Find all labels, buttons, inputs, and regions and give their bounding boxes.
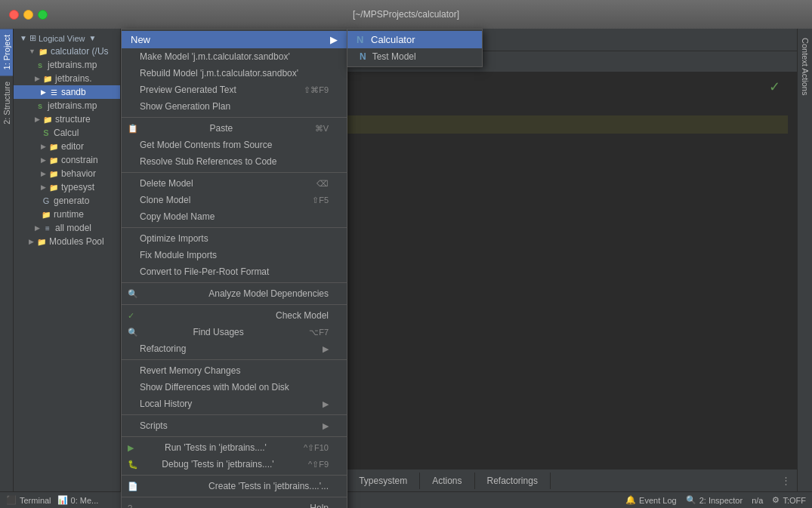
menu-item-help[interactable]: ? Help: [122, 500, 347, 508]
menu-shortcut: ⇧F5: [312, 196, 329, 205]
tab-refactorings[interactable]: Refactorings: [475, 473, 551, 489]
menu-item-run-tests[interactable]: ▶ Run 'Tests in 'jetbrains....' ^⇧F10: [122, 439, 347, 456]
menu-item-label: Clone Model: [140, 195, 190, 205]
tree-item-jetbrains2[interactable]: ▶ 📁 jetbrains.: [14, 72, 120, 85]
create-icon: 📄: [128, 482, 143, 491]
menu-item-label: Revert Memory Changes: [140, 365, 240, 376]
menu-item-create-tests[interactable]: 📄 Create 'Tests in 'jetbrains....'...: [122, 478, 347, 494]
menu-item-paste[interactable]: 📋 Paste ⌘V: [122, 120, 347, 137]
menu-item-copy-name[interactable]: Copy Model Name: [122, 208, 347, 225]
terminal-button[interactable]: ⬛ Terminal: [6, 495, 51, 505]
menu-item-debug-tests[interactable]: 🐛 Debug 'Tests in 'jetbrains....' ^⇧F9: [122, 456, 347, 473]
tree-item-structure[interactable]: ▶ 📁 structure: [14, 112, 120, 126]
menu-item-make-model[interactable]: Make Model 'j.m.t.calculator.sandbox': [122, 48, 347, 65]
separator-2: [122, 172, 347, 173]
menu-item-label: Preview Generated Text: [140, 85, 236, 95]
menu-item-label: Help: [310, 503, 329, 508]
new-submenu: N Calculator N Test Model: [347, 29, 483, 67]
menu-item-label: Rebuild Model 'j.m.t.calculator.sandbox': [140, 68, 298, 79]
tree-item-editor[interactable]: ▶ 📁 editor: [14, 140, 120, 153]
menu-item-label: Get Model Contents from Source: [140, 140, 272, 150]
tab-typesystem[interactable]: Typesystem: [347, 473, 420, 489]
context-sidebar: Context Actions: [797, 29, 812, 491]
tree-item-jetbrains3[interactable]: s jetbrains.mp: [14, 99, 120, 112]
memory-indicator[interactable]: 📊 0: Me...: [57, 495, 99, 505]
tree-item-jetbrains1[interactable]: s jetbrains.mp: [14, 58, 120, 72]
menu-shortcut: ⌘V: [315, 124, 329, 134]
tree-item-generato[interactable]: G generato: [14, 194, 120, 208]
tree-item-sandb[interactable]: ▶ ☰ sandb: [14, 85, 120, 99]
menu-header-label: New: [131, 34, 150, 45]
menu-shortcut: ^⇧F10: [304, 443, 329, 453]
minimize-button[interactable]: [23, 10, 33, 20]
menu-header-arrow: ▶: [330, 34, 338, 45]
menu-item-label: Delete Model: [140, 178, 193, 189]
context-menu: New ▶ Make Model 'j.m.t.calculator.sandb…: [121, 29, 347, 508]
menu-item-label: Show Differences with Model on Disk: [140, 382, 289, 393]
menu-item-label: Resolve Stub References to Code: [140, 156, 276, 167]
title-bar: [~/MPSProjects/calculator]: [0, 0, 812, 29]
menu-item-label: Local History: [140, 399, 192, 409]
menu-item-preview-text[interactable]: Preview Generated Text ⇧⌘F9: [122, 82, 347, 98]
menu-item-get-contents[interactable]: Get Model Contents from Source: [122, 137, 347, 153]
submenu-item-test-model[interactable]: N Test Model: [347, 48, 482, 65]
menu-item-label: Optimize Imports: [140, 233, 208, 244]
menu-item-local-history[interactable]: Local History ▶: [122, 396, 347, 412]
window-title: [~/MPSProjects/calculator]: [353, 9, 459, 20]
separator-8: [122, 436, 347, 437]
menu-item-fix-module[interactable]: Fix Module Imports: [122, 247, 347, 263]
tree-item-constrain[interactable]: ▶ 📁 constrain: [14, 153, 120, 167]
separator-5: [122, 304, 347, 305]
menu-item-show-differences[interactable]: Show Differences with Model on Disk: [122, 379, 347, 396]
na-indicator: n/a: [752, 496, 763, 505]
menu-header-new: New ▶: [122, 31, 347, 48]
analyze-icon: 🔍: [128, 289, 143, 299]
tree-item-modules-pool[interactable]: ▶ 📁 Modules Pool: [14, 235, 120, 248]
separator-1: [122, 117, 347, 118]
menu-item-show-gen-plan[interactable]: Show Generation Plan: [122, 98, 347, 115]
menu-item-label: Find Usages: [193, 327, 243, 337]
separator-7: [122, 414, 347, 415]
menu-item-convert-file[interactable]: Convert to File-Per-Root Format: [122, 263, 347, 280]
menu-item-label: Show Generation Plan: [140, 101, 230, 112]
menu-shortcut: ⌥F7: [309, 328, 329, 337]
context-actions-label: Context Actions: [801, 38, 810, 95]
menu-item-scripts[interactable]: Scripts ▶: [122, 417, 347, 434]
menu-item-analyze-deps[interactable]: 🔍 Analyze Model Dependencies: [122, 285, 347, 302]
tree-item-calculator[interactable]: ▼ 📁 calculator (/Us: [14, 45, 120, 58]
sidebar-tab-project[interactable]: 1: Project: [0, 29, 13, 75]
separator-10: [122, 497, 347, 497]
menu-item-rebuild-model[interactable]: Rebuild Model 'j.m.t.calculator.sandbox': [122, 65, 347, 82]
scripts-arrow-icon: ▶: [323, 421, 329, 431]
event-log-button[interactable]: 🔔 Event Log: [625, 495, 677, 505]
menu-item-refactoring[interactable]: Refactoring ▶: [122, 340, 347, 357]
separator-3: [122, 227, 347, 228]
local-history-arrow-icon: ▶: [323, 399, 329, 409]
menu-item-resolve-stubs[interactable]: Resolve Stub References to Code: [122, 153, 347, 170]
menu-item-revert-memory[interactable]: Revert Memory Changes: [122, 362, 347, 379]
toggle-button[interactable]: ⚙ T:OFF: [772, 495, 806, 505]
menu-item-label: Paste: [209, 123, 233, 134]
maximize-button[interactable]: [38, 10, 48, 20]
memory-icon: 📊: [57, 495, 68, 505]
menu-item-clone-model[interactable]: Clone Model ⇧F5: [122, 192, 347, 208]
menu-item-delete-model[interactable]: Delete Model ⌫: [122, 175, 347, 192]
close-button[interactable]: [9, 10, 19, 20]
menu-item-find-usages[interactable]: 🔍 Find Usages ⌥F7: [122, 324, 347, 340]
sidebar-tab-structure[interactable]: 2: Structure: [0, 75, 13, 131]
inspector-button[interactable]: 🔍 2: Inspector: [686, 495, 743, 505]
more-tabs-icon[interactable]: ⋮: [775, 472, 797, 489]
tree-item-behavior[interactable]: ▶ 📁 behavior: [14, 167, 120, 180]
tree-item-typesyst[interactable]: ▶ 📁 typesyst: [14, 180, 120, 194]
tree-item-runtime[interactable]: 📁 runtime: [14, 208, 120, 221]
separator-4: [122, 282, 347, 283]
menu-item-optimize[interactable]: Optimize Imports: [122, 230, 347, 247]
tree-item-calcul[interactable]: S Calcul: [14, 126, 120, 140]
tree-item-allmodels[interactable]: ▶ ≡ all model: [14, 221, 120, 235]
menu-item-label: Refactoring: [140, 343, 186, 354]
logical-view-header[interactable]: ▼ ⊞ Logical View ▼: [14, 32, 120, 45]
menu-shortcut: ⇧⌘F9: [304, 85, 329, 95]
tab-actions[interactable]: Actions: [420, 473, 474, 489]
menu-item-check-model[interactable]: ✓ Check Model: [122, 307, 347, 324]
submenu-arrow-icon: ▶: [323, 344, 329, 354]
